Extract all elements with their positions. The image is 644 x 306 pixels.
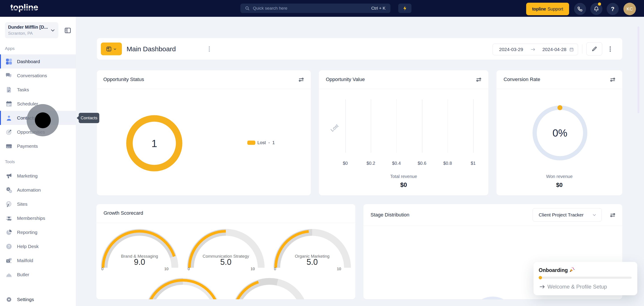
svg-text:0%: 0% bbox=[552, 127, 567, 139]
svg-text:?: ? bbox=[8, 244, 10, 248]
svg-text:1: 1 bbox=[152, 138, 157, 149]
